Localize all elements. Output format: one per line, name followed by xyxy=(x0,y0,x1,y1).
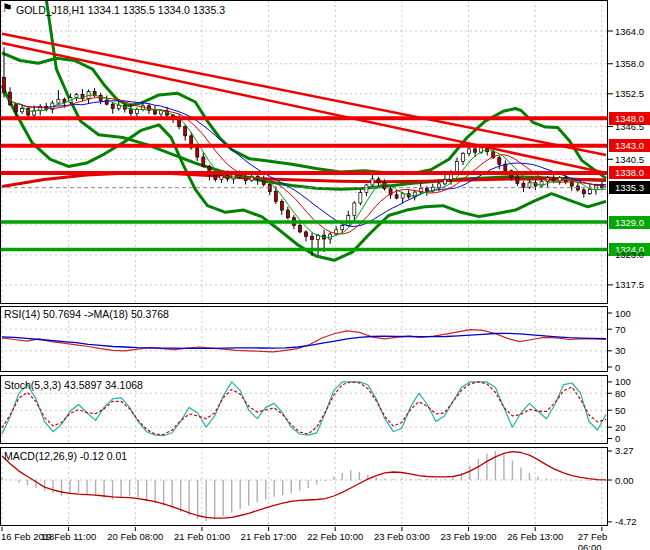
rsi-axis-label: 100 xyxy=(615,307,631,320)
macd-indicator-label: MACD(12,26,9) -0.12 0.01 xyxy=(4,450,127,462)
candles-layer xyxy=(3,47,604,256)
price-level-badge: 1343.0 xyxy=(609,139,650,152)
time-axis-label: 22 Feb 10:00 xyxy=(307,531,363,542)
price-axis-label: 1346.5 xyxy=(615,120,644,133)
price-axis-label: 1340.5 xyxy=(615,153,644,166)
main-chart-layer xyxy=(0,0,608,304)
current-price-badge: 1335.3 xyxy=(609,181,650,194)
flag-icon: ⚑ xyxy=(2,1,13,15)
rsi-axis-label: 0 xyxy=(615,361,620,374)
price-axis-label: 1364.0 xyxy=(615,25,644,38)
price-level-badge: 1329.0 xyxy=(609,216,650,229)
rsi-axis-label: 70 xyxy=(615,323,626,336)
stoch-axis-label: 80 xyxy=(615,387,626,400)
stoch-axis-label: 0 xyxy=(615,432,620,445)
price-level-badge: 1338.0 xyxy=(609,166,650,179)
time-axis-label: 23 Feb 03:00 xyxy=(374,531,430,542)
time-axis-label: 20 Feb 08:00 xyxy=(107,531,163,542)
time-axis-label: 21 Feb 01:00 xyxy=(174,531,230,542)
macd-axis-label: 3.27 xyxy=(615,444,634,457)
macd-axis-label: 0.00 xyxy=(615,474,634,487)
slow-ma-green-line xyxy=(46,0,606,189)
rsi-indicator-label: RSI(14) 50.7694 ->MA(18) 50.3768 xyxy=(4,308,169,320)
trading-chart-window: ⚑ GOLD_J18,H1 1334.1 1335.5 1334.0 1335.… xyxy=(0,0,650,550)
time-axis-label: 26 Feb 13:00 xyxy=(507,531,563,542)
macd-axis-label: -4.72 xyxy=(615,515,637,528)
price-axis-label: 1352.5 xyxy=(615,87,644,100)
price-axis-label: 1317.5 xyxy=(615,278,644,291)
chart-title-ohlc: GOLD_J18,H1 1334.1 1335.5 1334.0 1335.3 xyxy=(16,4,225,16)
stoch-indicator-label: Stoch(5,3,3) 43.5897 34.1068 xyxy=(4,379,143,391)
time-axis-label: 23 Feb 19:00 xyxy=(441,531,497,542)
time-axis-label: 27 Feb 06:00 xyxy=(578,531,626,550)
stoch-axis-label: 50 xyxy=(615,404,626,417)
time-axis-label: 21 Feb 17:00 xyxy=(241,531,297,542)
main-panel-border xyxy=(1,1,608,304)
price-axis-label: 1358.0 xyxy=(615,57,644,70)
slow-ma-red-line xyxy=(2,173,606,187)
rsi-axis-label: 30 xyxy=(615,344,626,357)
time-axis-label: 19 Feb 11:00 xyxy=(41,531,96,542)
trendline-1 xyxy=(2,34,606,155)
price-axis-label: 1323.0 xyxy=(615,248,644,261)
fast-ma-green-line xyxy=(2,92,606,237)
chart-canvas[interactable] xyxy=(0,0,650,550)
